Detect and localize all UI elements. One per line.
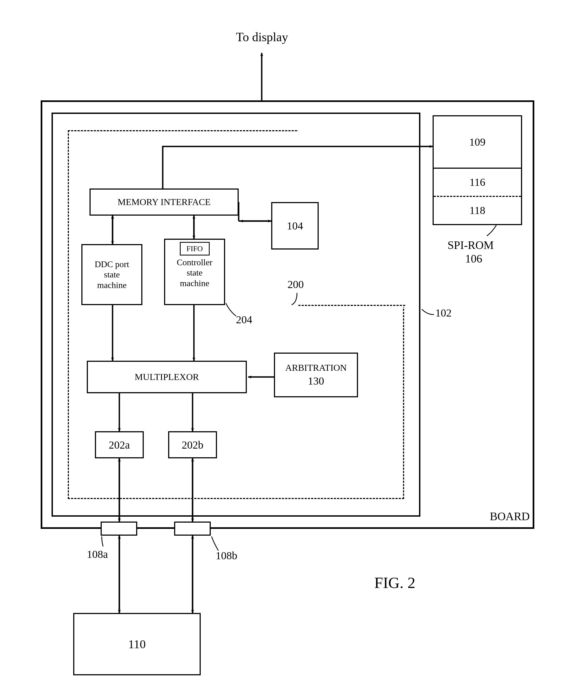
spi-rom-116: 116 bbox=[434, 169, 521, 196]
dashed-step-bottom bbox=[298, 305, 405, 306]
figure-label: FIG. 2 bbox=[374, 574, 415, 592]
spi-rom-118: 118 bbox=[434, 197, 521, 224]
spi-rom-109: 109 bbox=[434, 116, 521, 168]
multiplexor-box: MULTIPLEXOR bbox=[87, 361, 247, 393]
ref-204: 204 bbox=[236, 313, 252, 326]
connector-108b bbox=[174, 522, 211, 536]
spi-rom-box: 109 116 118 bbox=[433, 115, 522, 225]
controller-box: FIFO Controller state machine bbox=[164, 239, 225, 305]
connector-108a bbox=[101, 522, 137, 536]
arbitration-box: ARBITRATION 130 bbox=[274, 353, 358, 397]
spi-rom-caption-b: 106 bbox=[465, 252, 482, 265]
block-202b: 202b bbox=[168, 431, 217, 458]
ref-108b: 108b bbox=[216, 549, 237, 562]
memory-interface-box: MEMORY INTERFACE bbox=[90, 188, 239, 216]
block-104: 104 bbox=[271, 202, 319, 250]
arbitration-text: ARBITRATION bbox=[285, 362, 347, 374]
ref-200: 200 bbox=[287, 278, 304, 291]
fifo-box: FIFO bbox=[180, 242, 210, 255]
arbitration-num: 130 bbox=[308, 374, 324, 388]
block-110: 110 bbox=[73, 613, 201, 675]
to-display-label: To display bbox=[236, 30, 288, 44]
block-202a: 202a bbox=[95, 431, 144, 458]
board-label: BOARD bbox=[490, 510, 530, 523]
spi-rom-caption-a: SPI-ROM bbox=[448, 239, 494, 252]
ref-102: 102 bbox=[435, 306, 452, 319]
ddc-box: DDC port state machine bbox=[81, 244, 142, 305]
ref-108a: 108a bbox=[87, 548, 108, 561]
controller-text: Controller state machine bbox=[177, 257, 213, 288]
diagram-canvas: To display 109 116 118 SPI-ROM 106 MEMOR… bbox=[0, 0, 588, 700]
